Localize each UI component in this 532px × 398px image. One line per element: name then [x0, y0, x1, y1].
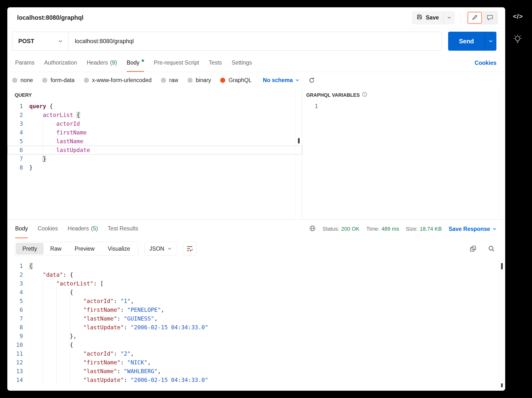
refresh-schema-icon[interactable] [308, 77, 315, 84]
chevron-down-icon [59, 40, 62, 42]
search-response-button[interactable] [488, 245, 495, 252]
scrollbar-thumb[interactable] [298, 138, 300, 143]
body-type-binary[interactable]: binary [187, 77, 211, 84]
code-line[interactable]: 6 "firstName": "PENELOPE", [7, 305, 505, 314]
response-tab-body[interactable]: Body [15, 220, 28, 238]
request-tab-params[interactable]: Params [15, 54, 34, 72]
body-type-form-data[interactable]: form-data [42, 77, 74, 84]
body-type-none[interactable]: none [12, 77, 33, 84]
send-button-group: Send [448, 32, 496, 51]
header-actions: Save [412, 11, 498, 25]
url-input[interactable] [68, 32, 442, 51]
response-tab-headers[interactable]: Headers(5) [68, 220, 98, 238]
time-badge[interactable]: Time: 489 ms [366, 226, 399, 232]
code-line[interactable]: 7 } [7, 154, 302, 163]
line-number: 6 [7, 305, 23, 314]
wrap-lines-button[interactable] [183, 242, 197, 256]
query-panel-title: QUERY [7, 88, 302, 100]
code-line[interactable]: 12 "firstName": "NICK", [7, 358, 505, 367]
chevron-down-icon [493, 228, 496, 230]
body-type-raw[interactable]: raw [161, 77, 178, 84]
code-line[interactable]: 9 }, [7, 332, 505, 341]
wrap-lines-icon [186, 245, 193, 252]
chevron-down-icon [489, 39, 493, 43]
size-badge[interactable]: Size: 18.74 KB [406, 226, 442, 232]
response-scrollbar[interactable] [498, 259, 505, 391]
response-tab-cookies[interactable]: Cookies [38, 220, 58, 238]
code-line[interactable]: 8} [7, 163, 302, 172]
code-line[interactable]: 2 "data": { [7, 270, 505, 279]
send-options-button[interactable] [485, 32, 496, 51]
code-line[interactable]: 5 lastName [7, 137, 302, 146]
response-body[interactable]: 1{2 "data": {3 "actorList": [4 {5 "actor… [7, 259, 505, 391]
variables-scrollbar[interactable] [498, 88, 505, 219]
line-number: 5 [7, 297, 23, 305]
code-line[interactable]: 3 actorId [7, 119, 302, 128]
code-line[interactable]: 14 "lastUpdate": "2006-02-15 04:34:33.0" [7, 376, 505, 384]
body-type-graphql[interactable]: GraphQL [220, 77, 252, 84]
code-line[interactable]: 13 "lastName": "WAHLBERG", [7, 367, 505, 376]
send-button[interactable]: Send [448, 32, 485, 51]
edit-description-button[interactable] [468, 12, 482, 24]
radio-icon [187, 78, 193, 83]
code-line[interactable]: 4 firstName [7, 128, 302, 137]
line-number: 1 [7, 262, 23, 270]
view-tab-raw[interactable]: Raw [44, 243, 68, 255]
code-line[interactable]: 4 { [7, 288, 505, 297]
code-line[interactable]: 1{ [7, 262, 505, 270]
schema-select[interactable]: No schema [263, 77, 299, 84]
request-tab-settings[interactable]: Settings [232, 54, 252, 72]
method-select[interactable]: POST [12, 32, 68, 51]
save-button[interactable]: Save [412, 11, 443, 24]
chevron-down-icon [447, 16, 451, 19]
query-scrollbar[interactable] [295, 88, 302, 219]
request-tab-tests[interactable]: Tests [209, 54, 222, 72]
line-number: 4 [7, 288, 23, 297]
code-line[interactable]: 10 { [7, 341, 505, 349]
view-tab-visualize[interactable]: Visualize [101, 243, 137, 255]
query-panel: QUERY 1query {2 actorList {3 actorId4 fi… [7, 88, 302, 219]
request-tab-pre-request-script[interactable]: Pre-request Script [154, 54, 199, 72]
code-snippet-icon[interactable]: </> [513, 13, 523, 20]
save-options-button[interactable] [443, 11, 455, 24]
response-format-select[interactable]: JSON [144, 242, 177, 256]
line-number: 11 [7, 349, 23, 358]
cookies-link[interactable]: Cookies [475, 60, 496, 66]
save-response-button[interactable]: Save Response [449, 226, 496, 232]
request-tab-body[interactable]: Body [127, 54, 144, 72]
code-line[interactable]: 3 "actorList": [ [7, 279, 505, 288]
info-icon[interactable] [362, 92, 367, 98]
code-line[interactable]: 5 "actorId": "1", [7, 297, 505, 305]
view-tab-preview[interactable]: Preview [68, 243, 101, 255]
body-type-x-www-form-urlencoded[interactable]: x-www-form-urlencoded [84, 77, 152, 84]
code-line[interactable]: 7 "lastName": "GUINESS", [7, 314, 505, 323]
line-number: 2 [7, 111, 23, 119]
edit-comment-group [467, 11, 498, 25]
code-line[interactable]: 2 actorList { [7, 111, 302, 119]
radio-icon [220, 78, 225, 83]
indent-guide [43, 119, 43, 154]
line-number: 7 [7, 314, 23, 323]
status-badge[interactable]: Status: 200 OK [323, 226, 359, 232]
network-globe-icon[interactable] [309, 225, 316, 233]
code-line[interactable]: 8 "lastUpdate": "2006-02-15 04:34:33.0" [7, 323, 505, 332]
request-tab-authorization[interactable]: Authorization [44, 54, 77, 72]
line-number: 1 [302, 102, 318, 111]
request-tabs-bar: ParamsAuthorizationHeaders(9)BodyPre-req… [7, 54, 505, 72]
scrollbar-thumb[interactable] [501, 263, 503, 269]
comments-button[interactable] [483, 12, 497, 24]
copy-response-button[interactable] [470, 245, 476, 252]
code-line[interactable]: 6 lastUpdate [7, 146, 302, 154]
body-type-bar: noneform-datax-www-form-urlencodedrawbin… [7, 72, 505, 88]
variables-editor[interactable]: 1 [302, 100, 505, 219]
view-tab-pretty[interactable]: Pretty [16, 243, 44, 255]
code-line[interactable]: 11 "actorId": "2", [7, 349, 505, 358]
response-tab-test-results[interactable]: Test Results [108, 220, 138, 238]
postman-window: localhost:8080/graphql Save [7, 7, 505, 391]
code-line[interactable]: 1query { [7, 102, 302, 111]
response-toolbar: PrettyRawPreviewVisualize JSON [7, 238, 505, 259]
lightbulb-icon[interactable] [512, 33, 523, 47]
query-editor[interactable]: 1query {2 actorList {3 actorId4 firstNam… [7, 100, 302, 219]
code-line[interactable]: 1 [302, 102, 505, 111]
request-tab-headers[interactable]: Headers(9) [87, 54, 117, 72]
